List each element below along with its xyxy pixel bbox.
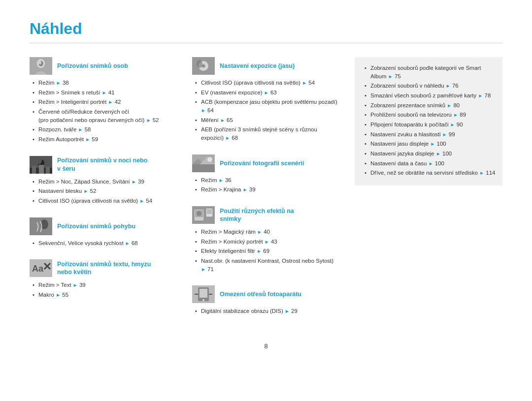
- list-item: Citlivost ISO (úprava citlivosti na svět…: [32, 197, 177, 205]
- icon-persons: [30, 57, 52, 75]
- section-effects: Použití různých efektů nasnímky Režim > …: [192, 206, 340, 275]
- list-item: Režim ► 38: [32, 79, 177, 87]
- gray-box: Zobrazení souborů podle kategorií ve Sma…: [355, 57, 502, 185]
- section-night: Pořizování snímků v noci nebov šeru Reži…: [30, 156, 177, 207]
- section-motion-header: Pořizování snímků pohybu: [30, 217, 177, 235]
- section-persons-title: Pořizování snímků osob: [57, 62, 128, 70]
- title-divider: [30, 43, 502, 43]
- section-stabilize-list: Digitální stabilizace obrazu (DIS) ► 29: [192, 307, 340, 315]
- section-night-title: Pořizování snímků v noci nebov šeru: [57, 156, 147, 173]
- list-item: EV (nastavení expozice) ► 63: [194, 89, 340, 97]
- svg-rect-9: [39, 165, 44, 174]
- svg-point-6: [35, 157, 42, 164]
- section-text-list: Režim > Text ► 39 Makro ► 55: [30, 281, 177, 299]
- section-exposure-list: Citlivost ISO (úprava citlivosti na svět…: [192, 79, 340, 142]
- list-item: Režim > Text ► 39: [32, 281, 177, 289]
- svg-rect-35: [200, 289, 207, 298]
- list-item: Nastavení blesku ► 52: [32, 187, 177, 195]
- list-item: ACB (kompenzace jasu objektu proti světl…: [194, 98, 340, 114]
- list-item: Připojení fotoaparátu k počítači ► 90: [364, 121, 496, 129]
- page-number: 8: [30, 342, 502, 350]
- svg-point-3: [38, 61, 41, 64]
- section-night-header: Pořizování snímků v noci nebov šeru: [30, 156, 177, 174]
- svg-rect-32: [207, 209, 212, 214]
- list-item: Nastavení zvuku a hlasitosti ► 99: [364, 130, 496, 139]
- section-scenery-title: Pořizování fotografií scenérií: [220, 159, 304, 167]
- list-item: Zobrazení prezentace snímků ► 80: [364, 101, 496, 110]
- section-stabilize-title: Omezení otřesů fotoaparátu: [220, 290, 301, 298]
- list-item: Červené oči/Redukce červených očí(pro po…: [32, 108, 177, 124]
- svg-rect-23: [192, 164, 215, 172]
- list-item: Režim > Magický rám ► 40: [194, 228, 340, 236]
- svg-point-20: [202, 64, 205, 67]
- list-item: Nast.obr. (k nastavení Kontrast, Ostrost…: [194, 257, 340, 273]
- list-item: Citlivost ISO (úprava citlivosti na svět…: [194, 79, 340, 87]
- svg-point-36: [202, 299, 204, 301]
- list-item: Makro ► 55: [32, 291, 177, 299]
- list-item: Režim > Inteligentní portrét ► 42: [32, 98, 177, 106]
- svg-text:Aa: Aa: [32, 264, 44, 274]
- section-scenery: Pořizování fotografií scenérií Režim ► 3…: [192, 154, 340, 195]
- section-scenery-header: Pořizování fotografií scenérií: [192, 154, 340, 172]
- section-motion-title: Pořizování snímků pohybu: [57, 222, 135, 230]
- column-1: Pořizování snímků osob Režim ► 38 Režim …: [30, 57, 177, 328]
- column-2: Nastavení expozice (jasu) Citlivost ISO …: [192, 57, 340, 328]
- list-item: Smazání všech souborů z paměťové karty ►…: [364, 92, 496, 100]
- section-scenery-list: Režim ► 36 Režim > Krajina ► 39: [192, 176, 340, 194]
- list-item: Zobrazení souborů v náhledu ► 76: [364, 82, 496, 90]
- list-item: Rozpozn. tváře ► 58: [32, 125, 177, 134]
- svg-rect-10: [46, 167, 50, 174]
- list-item: AEB (pořízení 3 snímků stejné scény s rů…: [194, 125, 340, 142]
- section-persons: Pořizování snímků osob Režim ► 38 Režim …: [30, 57, 177, 145]
- section-text-title: Pořizování snímků textu, hmyzunebo květi…: [57, 260, 151, 277]
- list-item: Režim > Snímek s retuší ► 41: [32, 89, 177, 97]
- list-item: Sekvenční, Velice vysoká rychlost ► 68: [32, 239, 177, 247]
- section-persons-header: Pořizování snímků osob: [30, 57, 177, 75]
- section-persons-list: Režim ► 38 Režim > Snímek s retuší ► 41 …: [30, 79, 177, 144]
- section-night-list: Režim > Noc, Západ Slunce, Svítání ► 39 …: [30, 178, 177, 205]
- section-text-header: Aa Pořizování snímků textu, hmyzunebo kv…: [30, 259, 177, 277]
- list-item: Dříve, než se obrátíte na servisní střed…: [364, 169, 496, 177]
- main-layout: Pořizování snímků osob Režim ► 38 Režim …: [30, 57, 502, 328]
- section-effects-title: Použití různých efektů nasnímky: [220, 207, 294, 223]
- list-item: Efekty Inteligentní filtr ► 69: [194, 247, 340, 255]
- column-3: Zobrazení souborů podle kategorií ve Sma…: [355, 57, 502, 328]
- icon-stabilize: [192, 285, 215, 303]
- page-title: Náhled: [30, 20, 502, 38]
- icon-text: Aa: [30, 259, 52, 277]
- list-item: Režim > Noc, Západ Slunce, Svítání ► 39: [32, 178, 177, 186]
- svg-point-26: [207, 157, 212, 162]
- icon-scenery: [192, 154, 215, 172]
- list-item: Režim > Krajina ► 39: [194, 185, 340, 194]
- section-stabilize-header: Omezení otřesů fotoaparátu: [192, 285, 340, 303]
- section-text: Aa Pořizování snímků textu, hmyzunebo kv…: [30, 259, 177, 300]
- list-item: Režim > Komický portrét ► 43: [194, 238, 340, 246]
- list-item: Režim Autoportrét ► 59: [32, 135, 177, 144]
- svg-point-30: [197, 211, 201, 216]
- section-motion-list: Sekvenční, Velice vysoká rychlost ► 68: [30, 239, 177, 247]
- list-item: Nastavení jasu displeje ► 100: [364, 140, 496, 148]
- list-item: Nastavení data a času ► 100: [364, 159, 496, 168]
- section-effects-list: Režim > Magický rám ► 40 Režim > Komický…: [192, 228, 340, 273]
- icon-night: [30, 156, 52, 174]
- icon-exposure: [192, 57, 215, 75]
- svg-point-21: [197, 60, 202, 68]
- icon-motion: [30, 217, 52, 235]
- list-item: Měření ► 65: [194, 116, 340, 124]
- section-exposure-title: Nastavení expozice (jasu): [220, 62, 295, 70]
- list-item: Prohlížení souborů na televizoru ► 89: [364, 111, 496, 119]
- section-exposure: Nastavení expozice (jasu) Citlivost ISO …: [192, 57, 340, 144]
- list-item: Nastavení jazyka displeje ► 100: [364, 150, 496, 158]
- icon-effects: [192, 206, 215, 224]
- section-effects-header: Použití různých efektů nasnímky: [192, 206, 340, 224]
- gray-box-list: Zobrazení souborů podle kategorií ve Sma…: [362, 64, 496, 177]
- list-item: Digitální stabilizace obrazu (DIS) ► 29: [194, 307, 340, 315]
- list-item: Zobrazení souborů podle kategorií ve Sma…: [364, 64, 496, 80]
- list-item: Režim ► 36: [194, 176, 340, 185]
- section-stabilize: Omezení otřesů fotoaparátu Digitální sta…: [192, 285, 340, 317]
- section-exposure-header: Nastavení expozice (jasu): [192, 57, 340, 75]
- section-motion: Pořizování snímků pohybu Sekvenční, Veli…: [30, 217, 177, 249]
- svg-rect-8: [32, 166, 36, 174]
